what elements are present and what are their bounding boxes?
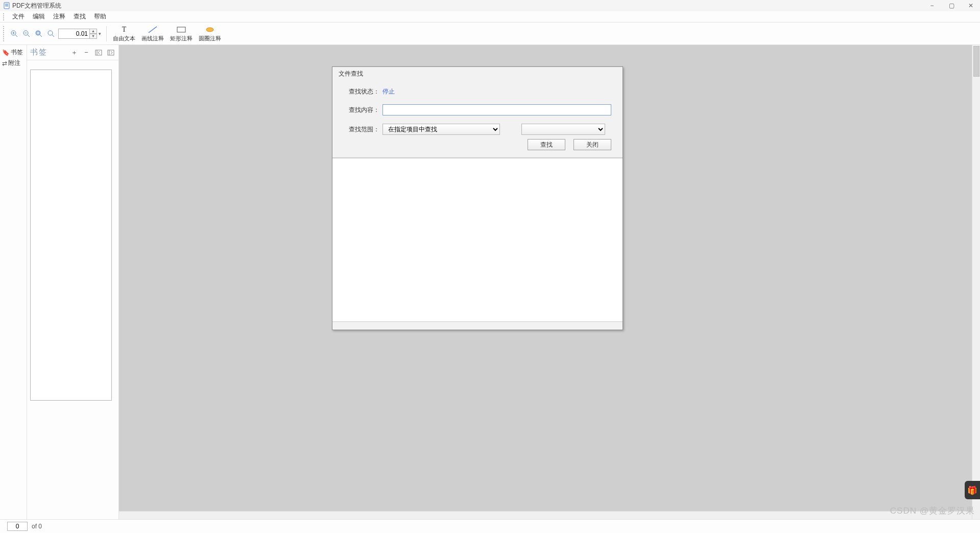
search-results-list[interactable] bbox=[332, 158, 623, 321]
maximize-button[interactable]: ▢ bbox=[946, 2, 957, 9]
app-icon bbox=[3, 2, 10, 9]
menu-bar: 文件 编辑 注释 查找 帮助 bbox=[0, 11, 980, 22]
svg-line-9 bbox=[28, 35, 30, 37]
page-number-input[interactable] bbox=[7, 522, 28, 531]
menu-file[interactable]: 文件 bbox=[8, 11, 29, 22]
bookmarks-panel-title: 书签 bbox=[30, 48, 47, 57]
svg-point-11 bbox=[36, 31, 40, 35]
dialog-footer bbox=[332, 321, 623, 330]
svg-line-5 bbox=[15, 35, 17, 37]
zoom-out-icon[interactable] bbox=[21, 29, 32, 39]
search-project-select[interactable] bbox=[521, 124, 605, 135]
file-search-dialog: 文件查找 查找状态： 停止 查找内容： 查找范围： 在指定项目中查找 查找 关闭 bbox=[332, 66, 623, 330]
zoom-step-down[interactable]: ▼ bbox=[90, 34, 97, 39]
zoom-input-wrap: ▲ ▼ ▾ bbox=[58, 29, 102, 39]
strip-bookmarks-label: 书签 bbox=[11, 48, 23, 57]
window-controls: − ▢ ✕ bbox=[927, 2, 976, 9]
scrollbar-thumb[interactable] bbox=[973, 46, 979, 77]
dialog-body: 查找状态： 停止 查找内容： 查找范围： 在指定项目中查找 查找 关闭 bbox=[332, 80, 623, 158]
search-scope-label: 查找范围： bbox=[344, 125, 379, 134]
search-state-label: 查找状态： bbox=[344, 87, 379, 96]
svg-point-18 bbox=[206, 28, 213, 32]
zoom-actual-icon[interactable] bbox=[46, 29, 56, 39]
titlebar: PDF文档管理系统 − ▢ ✕ bbox=[0, 0, 980, 11]
close-button[interactable]: ✕ bbox=[966, 2, 976, 9]
tool-line-annot[interactable]: 画线注释 bbox=[139, 25, 166, 42]
svg-rect-17 bbox=[177, 27, 185, 32]
thumbnail-box[interactable] bbox=[30, 69, 112, 401]
zoom-input[interactable] bbox=[58, 29, 90, 39]
search-content-input[interactable] bbox=[383, 104, 611, 115]
svg-rect-0 bbox=[4, 3, 9, 9]
bookmarks-panel: 书签 ＋ − bbox=[27, 45, 119, 519]
svg-point-14 bbox=[48, 31, 53, 35]
dialog-title[interactable]: 文件查找 bbox=[332, 67, 623, 80]
tool-line-annot-label: 画线注释 bbox=[141, 35, 164, 42]
attachment-icon: ⇄ bbox=[2, 60, 7, 67]
toolbar-grip bbox=[3, 26, 6, 41]
text-icon: T bbox=[122, 25, 127, 34]
bookmark-expand-icon[interactable] bbox=[106, 48, 115, 57]
zoom-in-icon[interactable] bbox=[9, 29, 19, 39]
menu-annotate[interactable]: 注释 bbox=[49, 11, 69, 22]
zoom-step-up[interactable]: ▲ bbox=[90, 29, 97, 34]
tool-free-text-label: 自由文本 bbox=[113, 35, 135, 42]
rectangle-icon bbox=[176, 25, 186, 34]
strip-attachments-label: 附注 bbox=[8, 59, 20, 67]
status-bar: of 0 bbox=[0, 519, 980, 533]
search-scope-select[interactable]: 在指定项目中查找 bbox=[383, 124, 500, 135]
page-total-label: of 0 bbox=[32, 523, 42, 530]
line-icon bbox=[148, 25, 158, 34]
svg-line-15 bbox=[52, 35, 54, 37]
menu-find[interactable]: 查找 bbox=[69, 11, 90, 22]
fit-page-icon[interactable] bbox=[34, 29, 44, 39]
floating-badge-icon[interactable]: 🎁 bbox=[965, 481, 980, 499]
strip-attachments[interactable]: ⇄ 附注 bbox=[0, 58, 27, 68]
strip-bookmarks[interactable]: 🔖 书签 bbox=[0, 47, 27, 58]
left-strip: 🔖 书签 ⇄ 附注 bbox=[0, 45, 27, 519]
zoom-dropdown-icon[interactable]: ▾ bbox=[97, 31, 102, 36]
vertical-scrollbar[interactable] bbox=[972, 45, 980, 519]
search-content-label: 查找内容： bbox=[344, 106, 379, 114]
bookmark-add-icon[interactable]: ＋ bbox=[69, 48, 79, 57]
search-button[interactable]: 查找 bbox=[528, 139, 565, 150]
bookmarks-panel-body bbox=[27, 60, 118, 519]
close-dialog-button[interactable]: 关闭 bbox=[573, 139, 611, 150]
tool-free-text[interactable]: T 自由文本 bbox=[111, 25, 137, 42]
tool-rect-annot[interactable]: 矩形注释 bbox=[168, 25, 195, 42]
toolbar: ▲ ▼ ▾ T 自由文本 画线注释 矩形注释 圆圈注释 bbox=[0, 22, 980, 45]
svg-rect-19 bbox=[95, 50, 102, 55]
bookmark-remove-icon[interactable]: − bbox=[82, 48, 91, 57]
app-title: PDF文档管理系统 bbox=[12, 2, 61, 10]
tool-rect-annot-label: 矩形注释 bbox=[170, 35, 193, 42]
minimize-button[interactable]: − bbox=[927, 2, 937, 9]
bookmark-icon: 🔖 bbox=[2, 49, 10, 56]
toolbar-separator bbox=[106, 26, 107, 41]
bookmark-collapse-icon[interactable] bbox=[94, 48, 103, 57]
svg-line-16 bbox=[149, 27, 157, 33]
search-state-value: 停止 bbox=[383, 87, 395, 96]
menu-edit[interactable]: 编辑 bbox=[29, 11, 49, 22]
horizontal-scrollbar[interactable] bbox=[119, 511, 972, 519]
svg-rect-13 bbox=[37, 32, 39, 34]
svg-rect-21 bbox=[108, 50, 114, 55]
ellipse-icon bbox=[205, 25, 215, 34]
tool-ellipse-annot[interactable]: 圆圈注释 bbox=[197, 25, 223, 42]
svg-line-12 bbox=[40, 35, 42, 37]
bookmarks-panel-head: 书签 ＋ − bbox=[27, 45, 118, 60]
tool-ellipse-annot-label: 圆圈注释 bbox=[199, 35, 221, 42]
menubar-grip bbox=[3, 13, 6, 20]
menu-help[interactable]: 帮助 bbox=[90, 11, 110, 22]
